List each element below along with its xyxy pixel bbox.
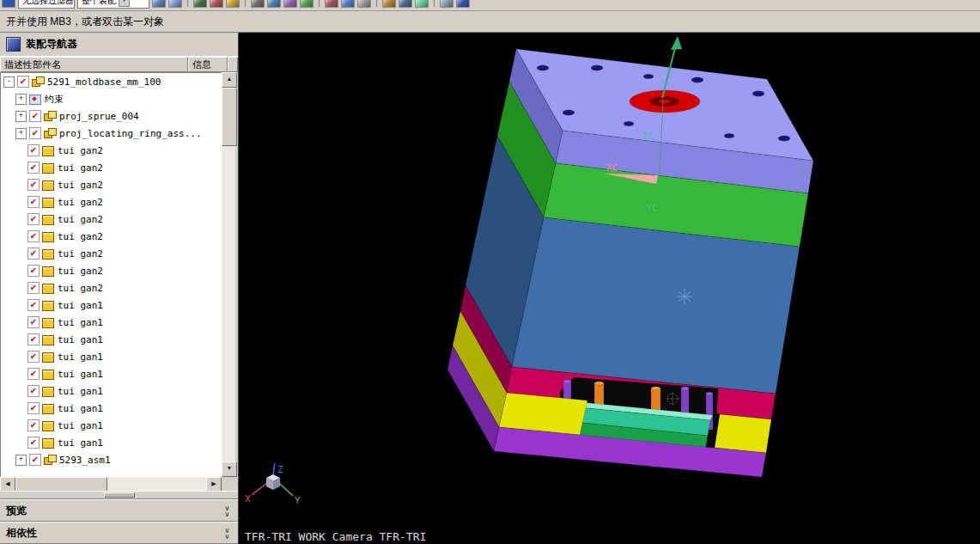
- component-label[interactable]: tui gan2: [58, 266, 103, 277]
- component-label[interactable]: tui gan1: [58, 351, 103, 363]
- tb-icon-17-icon[interactable]: [456, 0, 470, 8]
- component-checkbox[interactable]: ✔: [27, 282, 40, 294]
- component-checkbox[interactable]: ✔: [29, 454, 41, 466]
- tb-icon-13-icon[interactable]: [382, 0, 396, 8]
- component-checkbox[interactable]: ✔: [27, 196, 40, 208]
- tb-icon-16-icon[interactable]: [440, 0, 453, 8]
- tb-icon-1-icon[interactable]: [152, 0, 166, 8]
- screw-hole[interactable]: [563, 110, 575, 115]
- component-label[interactable]: tui gan2: [58, 214, 103, 225]
- mold-model[interactable]: [447, 49, 813, 477]
- ejector-pin-1-top[interactable]: [594, 382, 604, 385]
- component-label[interactable]: tui gan2: [58, 231, 103, 242]
- vertical-scroll-track[interactable]: [222, 146, 235, 461]
- tb-icon-3-icon[interactable]: [193, 0, 207, 8]
- component-label[interactable]: tui gan2: [58, 145, 103, 156]
- splitter-grip[interactable]: [104, 492, 135, 498]
- chevron-down-icon[interactable]: ▼: [119, 0, 130, 7]
- preview-collapse-button[interactable]: ∨∨: [219, 502, 235, 520]
- view-triad[interactable]: X Y Z: [245, 463, 301, 506]
- component-checkbox[interactable]: ✔: [27, 265, 40, 277]
- tb-icon-4-icon[interactable]: [210, 0, 223, 8]
- tb-icon-15-icon[interactable]: [415, 0, 429, 8]
- component-label[interactable]: tui gan1: [58, 300, 103, 311]
- screw-hole[interactable]: [643, 74, 654, 79]
- selection-filter-combo[interactable]: 无选择过滤器 ▼: [18, 0, 75, 9]
- tb-icon-14-icon[interactable]: [399, 0, 412, 8]
- scroll-up-icon[interactable]: ▲: [222, 72, 237, 88]
- component-checkbox[interactable]: ✔: [17, 76, 29, 88]
- dependencies-collapse-button[interactable]: ∨∨: [219, 524, 235, 542]
- column-header-name[interactable]: 描述性部件名: [0, 57, 188, 72]
- tb-icon-6-icon[interactable]: [251, 0, 265, 8]
- graphics-viewport[interactable]: ZC XC YC X Y Z TFR-TRI WORK Camera TFR-T…: [239, 33, 980, 544]
- tb-icon-12-icon[interactable]: [357, 0, 371, 8]
- screw-hole[interactable]: [752, 91, 764, 96]
- component-checkbox[interactable]: ✔: [29, 127, 41, 139]
- horizontal-scrollbar[interactable]: ◀ ▶: [0, 477, 235, 491]
- component-checkbox[interactable]: ✔: [27, 368, 40, 380]
- component-label[interactable]: tui gan2: [58, 197, 103, 208]
- return-pin-2-top[interactable]: [681, 387, 689, 390]
- tb-icon-11-icon[interactable]: [341, 0, 355, 8]
- component-label[interactable]: tui gan2: [58, 248, 103, 260]
- component-checkbox[interactable]: ✔: [27, 437, 40, 449]
- component-checkbox[interactable]: ✔: [27, 419, 40, 431]
- b-plate-front[interactable]: [512, 217, 800, 394]
- expand-node-icon[interactable]: +: [15, 455, 27, 466]
- component-checkbox[interactable]: ✔: [27, 213, 40, 225]
- triad-x-axis[interactable]: [252, 483, 267, 495]
- component-label[interactable]: tui gan1: [58, 403, 103, 414]
- component-checkbox[interactable]: ✔: [27, 385, 40, 397]
- screw-hole[interactable]: [691, 77, 703, 83]
- screw-hole[interactable]: [537, 65, 549, 70]
- component-checkbox[interactable]: ✔: [27, 144, 40, 156]
- expand-node-icon[interactable]: +: [15, 94, 27, 105]
- tb-icon-2-icon[interactable]: [168, 0, 182, 8]
- locating-ring[interactable]: [630, 90, 700, 113]
- screw-hole[interactable]: [778, 136, 790, 141]
- spacer-rail-right[interactable]: [715, 414, 771, 453]
- component-label[interactable]: tui gan2: [58, 180, 103, 191]
- component-checkbox[interactable]: ✔: [29, 110, 41, 122]
- vertical-scroll-thumb[interactable]: [222, 88, 237, 146]
- component-label[interactable]: 约束: [45, 93, 64, 106]
- viewport-canvas[interactable]: ZC XC YC X Y Z TFR-TRI WORK Camera TFR-T…: [239, 33, 980, 544]
- screw-hole[interactable]: [591, 65, 603, 70]
- component-label[interactable]: 5291_moldbase_mm_100: [47, 76, 161, 88]
- tb-icon-10-icon[interactable]: [325, 0, 338, 8]
- screw-hole[interactable]: [624, 121, 634, 126]
- component-label[interactable]: tui gan1: [58, 317, 103, 328]
- component-label[interactable]: proj_sprue_004: [59, 111, 139, 122]
- collapse-node-icon[interactable]: -: [3, 76, 15, 88]
- component-checkbox[interactable]: ✔: [27, 316, 40, 328]
- triad-z-axis[interactable]: [273, 463, 275, 474]
- component-label[interactable]: tui gan2: [58, 283, 103, 294]
- expand-node-icon[interactable]: +: [15, 111, 27, 122]
- app-menu-icon[interactable]: [2, 0, 15, 8]
- component-checkbox[interactable]: ✔: [27, 248, 40, 260]
- column-header-info[interactable]: 信息: [188, 57, 228, 72]
- ejector-pin-2[interactable]: [651, 388, 660, 411]
- z-axis-arrowhead[interactable]: [671, 36, 682, 50]
- return-pin-3-top[interactable]: [706, 392, 713, 395]
- component-label[interactable]: tui gan1: [58, 369, 103, 380]
- expand-node-icon[interactable]: +: [15, 128, 27, 139]
- component-label[interactable]: proj_locating_ring_ass...: [59, 128, 202, 139]
- tb-icon-9-icon[interactable]: [300, 0, 313, 8]
- screw-hole[interactable]: [724, 133, 734, 138]
- component-checkbox[interactable]: ✔: [27, 299, 40, 311]
- component-checkbox[interactable]: ✔: [27, 230, 40, 242]
- component-checkbox[interactable]: ✔: [27, 333, 40, 345]
- component-label[interactable]: 5293_asm1: [59, 455, 111, 466]
- triad-y-axis[interactable]: [279, 483, 293, 496]
- return-pin-1-top[interactable]: [563, 380, 571, 383]
- panel-splitter[interactable]: [0, 491, 238, 499]
- scroll-down-icon[interactable]: ▼: [222, 461, 237, 477]
- vertical-scrollbar[interactable]: ▲ ▼: [222, 72, 235, 477]
- component-label[interactable]: tui gan1: [58, 437, 103, 449]
- component-checkbox[interactable]: ✔: [27, 179, 40, 191]
- tb-icon-7-icon[interactable]: [267, 0, 281, 8]
- component-checkbox[interactable]: ✔: [27, 351, 40, 363]
- ejector-pin-2-top[interactable]: [651, 387, 660, 390]
